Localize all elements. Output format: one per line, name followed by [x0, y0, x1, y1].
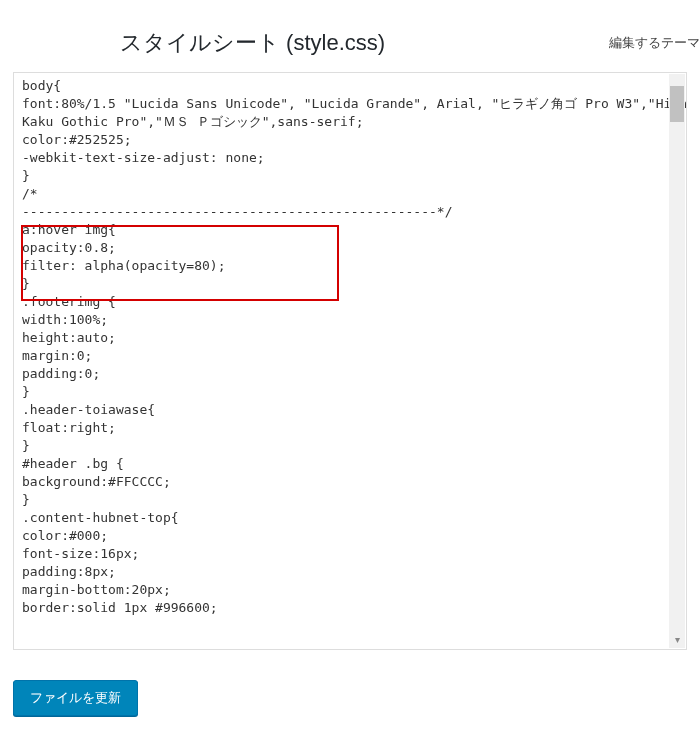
update-file-button[interactable]: ファイルを更新: [13, 680, 138, 716]
code-line[interactable]: border:solid 1px #996600;: [22, 599, 678, 617]
code-line[interactable]: color:#000;: [22, 527, 678, 545]
code-line[interactable]: .header-toiawase{: [22, 401, 678, 419]
code-line[interactable]: background:#FFCCCC;: [22, 473, 678, 491]
code-editor-container: body{font:80%/1.5 "Lucida Sans Unicode",…: [13, 72, 687, 650]
theme-selector-label: 編集するテーマ: [609, 34, 700, 52]
code-line[interactable]: opacity:0.8;: [22, 239, 678, 257]
code-line[interactable]: /*: [22, 185, 678, 203]
code-line[interactable]: }: [22, 167, 678, 185]
code-line[interactable]: }: [22, 491, 678, 509]
code-line[interactable]: filter: alpha(opacity=80);: [22, 257, 678, 275]
code-line[interactable]: #header .bg {: [22, 455, 678, 473]
scrollbar-thumb[interactable]: [670, 86, 684, 122]
code-line[interactable]: color:#252525;: [22, 131, 678, 149]
code-line[interactable]: .footerimg {: [22, 293, 678, 311]
code-line[interactable]: margin:0;: [22, 347, 678, 365]
code-line[interactable]: height:auto;: [22, 329, 678, 347]
code-line[interactable]: .content-hubnet-top{: [22, 509, 678, 527]
code-line[interactable]: ----------------------------------------…: [22, 203, 678, 221]
code-line[interactable]: Kaku Gothic Pro","ＭＳ Ｐゴシック",sans-serif;: [22, 113, 678, 131]
code-line[interactable]: width:100%;: [22, 311, 678, 329]
code-line[interactable]: padding:8px;: [22, 563, 678, 581]
code-line[interactable]: font-size:16px;: [22, 545, 678, 563]
code-line[interactable]: float:right;: [22, 419, 678, 437]
code-line[interactable]: }: [22, 437, 678, 455]
code-line[interactable]: margin-bottom:20px;: [22, 581, 678, 599]
code-line[interactable]: body{: [22, 77, 678, 95]
page-title: スタイルシート (style.css): [120, 28, 385, 58]
scrollbar-track[interactable]: ▾: [669, 74, 685, 648]
code-editor[interactable]: body{font:80%/1.5 "Lucida Sans Unicode",…: [14, 73, 686, 649]
code-line[interactable]: }: [22, 383, 678, 401]
code-line[interactable]: padding:0;: [22, 365, 678, 383]
scrollbar-down-icon[interactable]: ▾: [670, 634, 684, 646]
code-line[interactable]: -webkit-text-size-adjust: none;: [22, 149, 678, 167]
code-line[interactable]: a:hover img{: [22, 221, 678, 239]
code-line[interactable]: }: [22, 275, 678, 293]
code-line[interactable]: font:80%/1.5 "Lucida Sans Unicode", "Luc…: [22, 95, 678, 113]
